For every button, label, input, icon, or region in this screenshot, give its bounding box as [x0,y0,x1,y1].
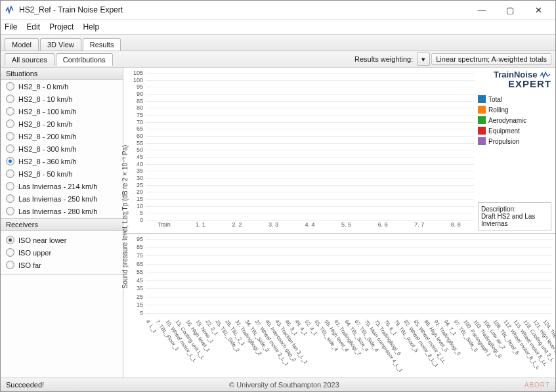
radio-icon [6,132,14,141]
chart-area: Sound pressure level, Leq,Tp (dB re 2 × … [123,68,555,378]
situation-item[interactable]: HS2_8 - 0 km/h [1,80,123,93]
bottom-chart-row: 51525354555657585954. L_17. TBL_Floor_11… [123,234,555,378]
menu-project[interactable]: Project [49,22,74,32]
tab-results[interactable]: Results [83,38,121,51]
radio-icon [6,95,14,103]
situation-item[interactable]: HS2_8 - 100 km/h [1,105,123,118]
radio-icon [6,157,14,165]
window-controls: — ▢ ✕ [469,3,551,17]
menu-bar: File Edit Project Help [1,20,555,34]
window-title: HS2_Ref - Train Noise Expert [19,5,469,14]
situation-item[interactable]: Las Inviernas - 280 km/h [1,205,123,217]
main-tabs: Model 3D View Results [1,34,555,51]
situation-item[interactable]: HS2_8 - 200 km/h [1,130,123,142]
legend-label: Rolling [488,106,509,114]
situation-label: HS2_8 - 0 km/h [18,83,68,91]
menu-edit[interactable]: Edit [26,22,40,32]
receiver-item[interactable]: ISO near lower [1,234,123,246]
minimize-button[interactable]: — [469,3,495,17]
results-subtabs: All sources Contributions Results weight… [1,51,555,68]
legend: TotalRollingAerodynamicEquipmentPropulsi… [478,95,551,145]
situation-item[interactable]: HS2_8 - 10 km/h [1,93,123,105]
weighting-dropdown[interactable]: ▾ [417,53,430,66]
situations-list[interactable]: HS2_8 - 0 km/hHS2_8 - 10 km/hHS2_8 - 100… [1,80,123,218]
receivers-panel: Receivers ISO near lowerISO upperISO far [1,219,123,274]
x-label: Train [158,221,171,228]
radio-icon [6,82,14,91]
x-label: 3. 3 [268,221,278,228]
legend-label: Total [488,96,502,103]
weighting-label: Results weighting: [354,55,413,63]
radio-icon [6,169,14,178]
menu-help[interactable]: Help [83,22,99,32]
situation-item[interactable]: HS2_8 - 360 km/h [1,155,123,167]
situation-label: HS2_8 - 200 km/h [18,133,77,141]
status-bar: Succeeded! © University of Southampton 2… [1,378,555,391]
situation-label: HS2_8 - 10 km/h [18,95,73,103]
receivers-header: Receivers [1,219,123,231]
description-title: Description: [481,206,548,213]
x-label: 7. 7 [414,221,424,228]
situations-header: Situations [1,68,123,80]
situation-label: HS2_8 - 360 km/h [18,158,77,165]
legend-swatch [478,106,486,114]
close-button[interactable]: ✕ [525,3,551,17]
radio-icon [6,144,14,153]
x-label: 6. 6 [378,221,388,228]
radio-icon [6,182,14,190]
x-label: 2. 2 [232,221,242,228]
legend-item: Rolling [478,106,551,114]
receivers-list: ISO near lowerISO upperISO far [1,231,123,274]
situations-panel: Situations HS2_8 - 0 km/hHS2_8 - 10 km/h… [1,68,123,219]
receiver-item[interactable]: ISO far [1,259,123,271]
app-icon [5,5,15,15]
subtab-all-sources[interactable]: All sources [5,53,54,66]
description-box: Description: Draft HS2 and Las Inviernas [478,202,551,230]
weighting-value: Linear spectrum; A-weighted totals [431,53,551,65]
legend-label: Equipment [488,127,520,135]
x-label: 8. 8 [451,221,461,228]
legend-item: Equipment [478,127,551,135]
radio-icon [6,248,14,257]
legend-label: Propulsion [488,138,519,145]
vehicle-chart: 0510152025303540455055606570758085909510… [146,73,474,220]
subtab-contributions[interactable]: Contributions [56,53,113,66]
radio-icon [6,194,14,203]
situation-label: HS2_8 - 300 km/h [18,145,77,153]
radio-icon [6,236,14,244]
situation-item[interactable]: Las Inviernas - 300 km/h [1,217,123,218]
situation-label: Las Inviernas - 280 km/h [18,207,97,215]
tab-3dview[interactable]: 3D View [40,38,81,51]
title-bar: HS2_Ref - Train Noise Expert — ▢ ✕ [1,1,555,20]
situation-label: HS2_8 - 100 km/h [18,108,77,116]
situation-item[interactable]: HS2_8 - 300 km/h [1,142,123,155]
situation-label: HS2_8 - 20 km/h [18,120,73,128]
app-window: HS2_Ref - Train Noise Expert — ▢ ✕ File … [0,0,556,392]
legend-swatch [478,127,486,135]
menu-file[interactable]: File [5,22,17,32]
situation-label: Las Inviernas - 214 km/h [18,183,97,190]
status-center: © University of Southampton 2023 [44,381,524,389]
x-label: 1. 1 [196,221,205,228]
situation-item[interactable]: Las Inviernas - 214 km/h [1,180,123,192]
situation-item[interactable]: HS2_8 - 20 km/h [1,118,123,130]
situation-item[interactable]: HS2_8 - 50 km/h [1,167,123,180]
legend-swatch [478,95,486,103]
receiver-label: ISO far [18,261,41,269]
source-chart: 51525354555657585954. L_17. TBL_Floor_11… [146,239,553,317]
description-body: Draft HS2 and Las Inviernas [481,213,548,227]
legend-swatch [478,116,486,124]
receiver-label: ISO near lower [18,236,66,244]
legend-label: Aerodynamic [488,117,526,124]
receiver-item[interactable]: ISO upper [1,246,123,259]
situation-item[interactable]: Las Inviernas - 250 km/h [1,192,123,205]
right-info: TrainNoise EXPERT TotalRollingAerodynami… [477,68,555,233]
abort-button[interactable]: ABORT [524,381,550,389]
situation-label: Las Inviernas - 250 km/h [18,195,97,203]
radio-icon [6,107,14,116]
tab-model[interactable]: Model [5,38,39,51]
radio-icon [6,207,14,215]
logo: TrainNoise EXPERT [478,70,551,89]
x-label: 4. 4 [305,221,315,228]
maximize-button[interactable]: ▢ [497,3,523,17]
